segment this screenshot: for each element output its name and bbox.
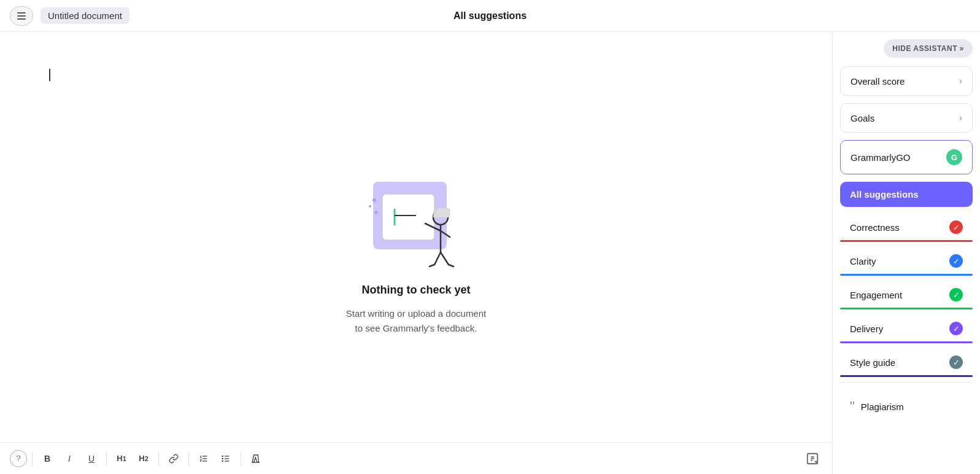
empty-desc: Start writing or upload a document to se… [346,306,486,336]
empty-title: Nothing to check yet [361,284,470,297]
overall-score-label: Overall score [851,76,905,87]
bottom-toolbar: ? B I U H1 H2 [0,442,832,474]
goals-label: Goals [851,113,874,123]
link-button[interactable] [164,449,183,468]
style-guide-underline [840,375,973,377]
plagiarism-label: Plagiarism [861,402,904,412]
delivery-underline [840,341,973,343]
underline-button[interactable]: U [82,449,101,468]
top-bar: Untitled document All suggestions [0,0,980,32]
svg-rect-1 [382,194,434,240]
svg-point-14 [375,211,378,214]
svg-point-22 [222,458,223,459]
correctness-check-icon: ✓ [949,220,963,234]
toolbar-divider-2 [106,451,107,466]
toolbar-divider-3 [158,451,159,466]
plagiarism-section[interactable]: " Plagiarism [840,390,973,423]
h1-button[interactable]: H1 [112,449,131,468]
toolbar-divider-1 [32,451,33,466]
clarity-check-icon: ✓ [949,254,963,268]
engagement-label: Engagement [850,290,902,300]
correctness-underline [840,240,973,242]
overall-score-chevron: › [959,76,962,87]
overall-score-section[interactable]: Overall score › [840,66,973,96]
grammarly-go-section[interactable]: GrammarlyGO G [840,140,973,174]
clear-format-button[interactable] [246,449,266,468]
sidebar-divider [840,382,973,383]
cursor [49,69,50,81]
all-suggestions-button[interactable]: All suggestions [840,182,973,207]
delivery-category[interactable]: Delivery ✓ [840,314,973,343]
right-sidebar: HIDE ASSISTANT » Overall score › Goals ›… [833,32,980,474]
menu-button[interactable] [10,6,33,26]
doc-title[interactable]: Untitled document [41,7,129,24]
toolbar-divider-5 [241,451,241,466]
svg-line-8 [434,252,441,265]
engagement-category[interactable]: Engagement ✓ [840,281,973,309]
upload-button[interactable] [803,449,822,468]
delivery-check-icon: ✓ [949,322,963,335]
svg-line-11 [449,265,453,266]
editor-area: Nothing to check yet Start writing or up… [0,32,833,474]
empty-state: Nothing to check yet Start writing or up… [49,81,783,405]
svg-point-13 [369,205,371,208]
main-layout: Nothing to check yet Start writing or up… [0,32,980,474]
engagement-check-icon: ✓ [949,288,963,301]
correctness-label: Correctness [850,222,900,233]
svg-line-9 [441,252,449,265]
clarity-underline [840,274,973,276]
svg-point-23 [222,460,223,461]
style-guide-check-icon: ✓ [949,356,963,369]
help-button[interactable]: ? [10,450,27,467]
main-heading: All suggestions [453,10,527,21]
style-guide-label: Style guide [850,357,895,368]
go-icon: G [946,149,962,165]
grammarly-go-label: GrammarlyGO [851,152,911,163]
quote-icon: " [850,398,855,414]
clarity-category[interactable]: Clarity ✓ [840,247,973,276]
italic-button[interactable]: I [60,449,79,468]
engagement-underline [840,308,973,309]
h2-button[interactable]: H2 [134,449,153,468]
svg-point-12 [372,198,376,202]
bold-button[interactable]: B [37,449,57,468]
clarity-label: Clarity [850,256,876,266]
hide-assistant-button[interactable]: HIDE ASSISTANT » [884,39,973,58]
svg-point-21 [222,456,223,456]
style-guide-category[interactable]: Style guide ✓ [840,348,973,377]
correctness-category[interactable]: Correctness ✓ [840,213,973,242]
ordered-list-button[interactable] [194,449,214,468]
goals-section[interactable]: Goals › [840,103,973,133]
unordered-list-button[interactable] [216,449,236,468]
svg-line-10 [430,265,434,266]
goals-chevron: › [959,112,962,123]
delivery-label: Delivery [850,324,883,334]
toolbar-divider-4 [188,451,189,466]
illustration [355,151,477,274]
editor-content[interactable]: Nothing to check yet Start writing or up… [0,32,832,442]
